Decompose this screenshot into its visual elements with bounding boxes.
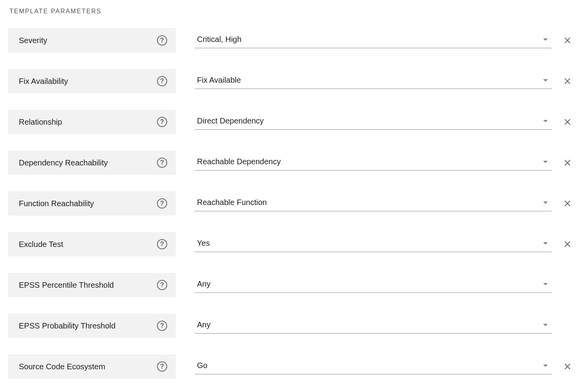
clear-button[interactable]: [563, 240, 572, 249]
param-row: Dependency ReachabilityReachable Depende…: [8, 151, 572, 175]
chevron-down-icon: [543, 120, 548, 122]
clear-button[interactable]: [563, 199, 572, 208]
clear-button[interactable]: [563, 117, 572, 127]
section-title: TEMPLATE PARAMETERS: [9, 8, 572, 15]
help-icon[interactable]: [157, 158, 167, 168]
clear-button[interactable]: [563, 36, 572, 45]
param-label-cell: Severity: [8, 28, 176, 53]
help-icon[interactable]: [157, 117, 167, 127]
param-select-value: Critical, High: [197, 35, 538, 44]
param-select-value: Reachable Function: [197, 198, 538, 207]
chevron-down-icon: [543, 79, 548, 82]
param-select-value: Any: [197, 279, 538, 289]
param-value-cell: Fix Available: [195, 73, 572, 89]
param-value-cell: Direct Dependency: [195, 114, 572, 130]
param-label-cell: Dependency Reachability: [8, 151, 176, 175]
param-label: Exclude Test: [19, 240, 63, 249]
param-label: Severity: [19, 36, 47, 45]
param-select[interactable]: Critical, High: [195, 33, 552, 48]
param-label-cell: Source Code Ecosystem: [8, 354, 176, 379]
param-select[interactable]: Go: [195, 359, 552, 374]
param-row: EPSS Probability ThresholdAny: [8, 314, 572, 338]
close-icon: [564, 240, 571, 248]
clear-button[interactable]: [563, 362, 572, 371]
help-icon[interactable]: [157, 239, 167, 249]
param-select[interactable]: Fix Available: [195, 73, 552, 89]
param-select-value: Fix Available: [197, 76, 538, 85]
template-parameters-list: SeverityCritical, HighFix AvailabilityFi…: [8, 28, 572, 379]
clear-button[interactable]: [563, 76, 572, 86]
param-label: Source Code Ecosystem: [19, 362, 105, 371]
param-row: Exclude TestYes: [8, 232, 572, 256]
chevron-down-icon: [543, 201, 548, 204]
param-label: Relationship: [19, 118, 62, 127]
help-icon[interactable]: [157, 198, 167, 209]
param-value-cell: Any: [195, 277, 572, 293]
param-select-value: Yes: [197, 239, 538, 248]
chevron-down-icon: [543, 242, 548, 245]
param-row: Fix AvailabilityFix Available: [8, 69, 572, 93]
help-icon[interactable]: [157, 321, 167, 331]
param-row: RelationshipDirect Dependency: [8, 110, 572, 134]
param-value-cell: Reachable Function: [195, 196, 572, 211]
param-label-cell: Function Reachability: [8, 191, 176, 216]
param-select[interactable]: Any: [195, 277, 552, 293]
param-row: Function ReachabilityReachable Function: [8, 191, 572, 216]
param-row: SeverityCritical, High: [8, 28, 572, 53]
param-label: EPSS Percentile Threshold: [19, 281, 114, 290]
param-label: EPSS Probability Threshold: [19, 321, 115, 330]
param-row: EPSS Percentile ThresholdAny: [8, 273, 572, 297]
param-label-cell: Exclude Test: [8, 232, 176, 256]
close-icon: [564, 159, 571, 167]
param-row: Source Code EcosystemGo: [8, 354, 572, 379]
param-select-value: Direct Dependency: [197, 116, 538, 125]
param-select[interactable]: Yes: [195, 236, 552, 252]
param-select[interactable]: Any: [195, 318, 552, 334]
help-icon[interactable]: [157, 76, 167, 86]
param-select[interactable]: Direct Dependency: [195, 114, 552, 130]
help-icon[interactable]: [157, 280, 167, 290]
chevron-down-icon: [543, 38, 548, 41]
param-label: Fix Availability: [19, 77, 68, 86]
param-select[interactable]: Reachable Dependency: [195, 155, 552, 171]
param-value-cell: Yes: [195, 236, 572, 252]
param-select-value: Any: [197, 320, 538, 329]
param-value-cell: Critical, High: [195, 33, 572, 48]
clear-button[interactable]: [563, 158, 572, 167]
param-value-cell: Reachable Dependency: [195, 155, 572, 171]
close-icon: [564, 77, 571, 85]
param-value-cell: Any: [195, 318, 572, 334]
help-icon[interactable]: [157, 35, 167, 45]
param-label-cell: EPSS Percentile Threshold: [8, 273, 176, 297]
param-label: Function Reachability: [19, 199, 94, 208]
param-select[interactable]: Reachable Function: [195, 196, 552, 211]
param-label: Dependency Reachability: [19, 158, 108, 167]
chevron-down-icon: [543, 324, 548, 326]
param-value-cell: Go: [195, 359, 572, 374]
param-label-cell: Relationship: [8, 110, 176, 134]
close-icon: [564, 36, 571, 44]
param-label-cell: Fix Availability: [8, 69, 176, 93]
param-label-cell: EPSS Probability Threshold: [8, 314, 176, 338]
chevron-down-icon: [543, 161, 548, 163]
param-select-value: Reachable Dependency: [197, 157, 538, 166]
close-icon: [564, 363, 571, 370]
chevron-down-icon: [543, 365, 548, 367]
help-icon[interactable]: [157, 361, 167, 372]
close-icon: [564, 118, 571, 126]
chevron-down-icon: [543, 283, 548, 285]
param-select-value: Go: [197, 361, 538, 370]
close-icon: [564, 200, 571, 207]
